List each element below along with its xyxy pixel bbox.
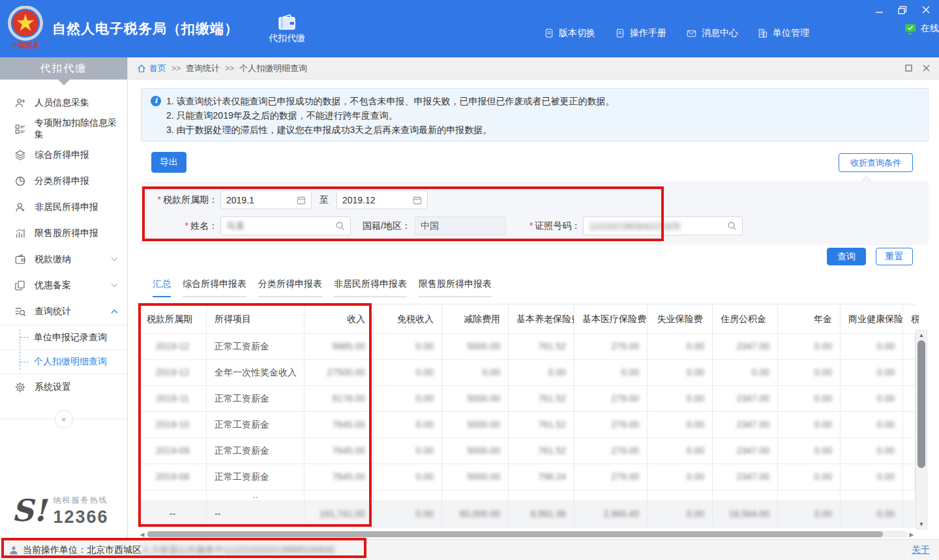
calendar-icon[interactable] (413, 196, 422, 205)
nationality-input: 中国 (415, 216, 506, 235)
tax-bureau-emblem-icon: 中国税务 (7, 6, 44, 52)
table-row: 2019-10正常工资薪金7645.000.005000.00761.52279… (139, 412, 915, 438)
export-button[interactable]: 导出 (151, 152, 186, 173)
layers-icon (14, 149, 26, 161)
search-icon[interactable] (335, 221, 345, 231)
sidebar-item-5[interactable]: 限售股所得申报 (0, 220, 127, 246)
pane-controls (905, 65, 930, 72)
tab-3[interactable]: 非居民所得申报表 (334, 278, 407, 297)
search-button[interactable]: 查询 (827, 248, 866, 265)
about-link[interactable]: 关于 (912, 544, 930, 556)
collapse-query-button[interactable]: 收折查询条件 (839, 153, 913, 172)
online-status[interactable]: 在线 (904, 23, 939, 35)
table-cell: 正常工资薪金 (207, 386, 305, 411)
table-row-partial: .. (139, 490, 915, 501)
pane-close-button[interactable] (923, 65, 930, 72)
table-cell: 5000.00 (442, 334, 509, 359)
sidebar-item-7[interactable]: 优惠备案 (0, 273, 127, 299)
vertical-scroll-thumb[interactable] (917, 340, 925, 468)
table-cell: 2347.00 (713, 464, 778, 490)
table-cell: 失业保险费 (648, 304, 713, 333)
calendar-icon[interactable] (297, 196, 306, 205)
chevron-down-icon (111, 283, 118, 288)
tab-0[interactable]: 汇总 (153, 278, 171, 297)
period-to-input[interactable]: 2019.12 (336, 190, 428, 209)
person-icon (14, 201, 26, 213)
table-cell: 761.52 (509, 438, 574, 464)
table-cell: 0.00 (778, 334, 841, 359)
scroll-up-arrow-icon[interactable]: ▲ (919, 331, 925, 340)
table-cell: 0.00 (374, 386, 442, 411)
table-cell: 住房公积金 (713, 304, 778, 333)
horizontal-scrollbar[interactable]: ◀ ▶ (138, 530, 916, 538)
tab-1[interactable]: 综合所得申报表 (183, 278, 246, 297)
table-cell: 0.00 (648, 412, 713, 437)
vertical-scrollbar[interactable]: ▲ ▼ (916, 330, 927, 529)
close-button[interactable] (921, 5, 931, 14)
sidebar-item-9[interactable]: 系统设置 (0, 374, 127, 400)
top-menu-item-2[interactable]: 消息中心 (686, 27, 738, 39)
table-cell: 2347.00 (713, 412, 778, 437)
sidebar-item-2[interactable]: 综合所得申报 (0, 142, 127, 168)
table-cell: 税款所属期 (139, 304, 207, 333)
table-row: 2019-11正常工资薪金9178.000.005000.00761.52279… (139, 386, 915, 412)
table-cell: 0.00 (778, 438, 841, 464)
table-cell (139, 490, 207, 501)
scroll-down-arrow-icon[interactable]: ▼ (919, 520, 925, 529)
table-cell: 0.00 (648, 464, 713, 490)
scroll-right-arrow-icon[interactable]: ▶ (908, 531, 916, 538)
breadcrumb-item[interactable]: 查询统计 (186, 63, 220, 74)
hotline-logo: S! 纳税服务热线 12366 (0, 495, 127, 539)
id-number-input[interactable]: 110102199304221929 (583, 216, 743, 235)
sidebar-item-8[interactable]: 查询统计 (0, 299, 127, 325)
restore-button[interactable] (897, 5, 908, 14)
tab-2[interactable]: 分类所得申报表 (258, 278, 322, 297)
reset-button[interactable]: 重置 (876, 248, 913, 265)
table-cell: 0.00 (778, 386, 841, 411)
minimize-button[interactable] (874, 5, 884, 14)
top-menu-item-0[interactable]: 版本切换 (544, 27, 595, 39)
table-cell: 0.00 (841, 386, 903, 411)
notice-line-1: 2. 只能查询2019年及之后的数据，不能进行跨年度查询。 (151, 108, 919, 123)
table-cell: 0.00 (778, 464, 841, 490)
table-cell: 2347.00 (713, 334, 778, 359)
table-cell: 9178.00 (305, 386, 374, 411)
pane-maximize-button[interactable] (905, 65, 912, 72)
top-menu-item-1[interactable]: 操作手册 (615, 27, 666, 39)
sidebar-item-4[interactable]: 非居民所得申报 (0, 194, 127, 220)
sidebar-item-6[interactable]: 税款缴纳 (0, 246, 127, 273)
table-cell: 0.00 (648, 438, 713, 464)
table-cell: 2019-12 (139, 334, 207, 359)
top-menu-item-3[interactable]: 单位管理 (758, 27, 809, 39)
query-form: 税款所属期： 2019.1 至 2019.12 (141, 181, 929, 245)
home-icon (137, 64, 146, 73)
sidebar-item-0[interactable]: 人员信息采集 (0, 90, 127, 116)
table-cell: 0.00 (841, 501, 903, 527)
app-title: 自然人电子税务局（扣缴端） (52, 20, 239, 38)
table-cell: 5000.00 (442, 412, 509, 437)
search-list-icon (14, 306, 26, 317)
tab-withholding[interactable]: 代扣代缴 (269, 14, 305, 44)
nationality-label: 国籍/地区： (363, 220, 411, 232)
table-cell (305, 490, 374, 501)
tab-4[interactable]: 限售股所得申报表 (419, 278, 492, 297)
table-cell: 0.00 (648, 334, 713, 359)
table-cell: 798.24 (509, 464, 574, 490)
table-cell: 正常工资薪金 (207, 464, 305, 490)
table-cell: 0.00 (374, 438, 442, 464)
wallet-icon (14, 254, 26, 265)
breadcrumb-home[interactable]: 首页 (137, 63, 166, 74)
sidebar-item-3[interactable]: 分类所得申报 (0, 168, 127, 194)
scroll-left-arrow-icon[interactable]: ◀ (138, 531, 146, 538)
sidebar-subitem-8-1[interactable]: 个人扣缴明细查询 (0, 349, 127, 374)
sidebar-item-1[interactable]: 专项附加扣除信息采集 (0, 116, 127, 142)
period-from-input[interactable]: 2019.1 (220, 190, 312, 209)
search-icon[interactable] (727, 221, 737, 231)
sidebar-collapse-button[interactable]: « (55, 410, 73, 428)
horizontal-scroll-thumb[interactable] (147, 531, 883, 537)
hotline-mark-icon: S! (12, 497, 46, 524)
table-cell: 7645.00 (305, 438, 374, 464)
mail-icon (686, 29, 697, 38)
sidebar-subitem-8-0[interactable]: 单位申报记录查询 (0, 325, 127, 349)
name-input[interactable]: 马某 (220, 216, 351, 235)
